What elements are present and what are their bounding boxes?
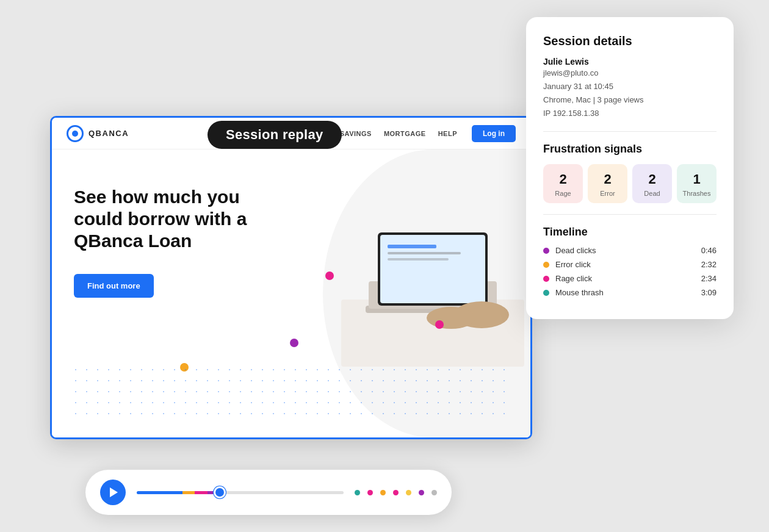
user-name: Julie Lewis [543, 57, 717, 66]
frustration-grid: 2 Rage 2 Error 2 Dead 1 Thrashes [543, 164, 717, 203]
hero-title: See how much you could borrow with a QBa… [74, 186, 269, 252]
play-button[interactable] [100, 480, 126, 505]
playback-bar [85, 470, 452, 515]
hero-section: See how much you could borrow with a QBa… [52, 149, 530, 437]
nav-help: HELP [438, 130, 457, 137]
session-date: January 31 at 10:45 [543, 80, 717, 93]
nav-savings: SAVINGS [340, 130, 372, 137]
progress-track[interactable] [137, 491, 344, 494]
tl-marker-6 [419, 490, 424, 495]
timeline-dot-dead [543, 248, 549, 254]
user-email: jlewis@pluto.co [543, 66, 717, 80]
logo-icon [67, 125, 84, 142]
progress-thumb[interactable] [215, 488, 224, 497]
ip-address: IP 192.158.1.38 [543, 107, 717, 120]
signal-dot-purple [290, 339, 298, 347]
dead-count: 2 [636, 171, 668, 187]
timeline-time-error: 2:32 [701, 260, 717, 269]
login-button[interactable]: Log in [472, 125, 516, 142]
timeline-item-rage: Rage click 2:34 [543, 274, 717, 283]
hero-text: See how much you could borrow with a QBa… [74, 186, 269, 298]
browser-info: Chrome, Mac | 3 page views [543, 93, 717, 107]
divider-1 [543, 131, 717, 132]
timeline-event-rage: Rage click [555, 274, 701, 283]
session-details-card: Session details Julie Lewis jlewis@pluto… [526, 17, 734, 319]
tl-marker-1 [355, 490, 360, 495]
timeline-markers [355, 490, 437, 495]
timeline-title: Timeline [543, 226, 717, 239]
laptop-illustration [341, 220, 524, 367]
svg-rect-9 [388, 252, 461, 254]
tl-marker-7 [431, 490, 437, 495]
tl-marker-2 [367, 490, 373, 495]
thrash-count: 1 [681, 171, 713, 187]
nav-mortgage: MORTGAGE [384, 130, 426, 137]
timeline-time-thrash: 3:09 [701, 288, 717, 297]
signal-dot-pink2 [435, 320, 444, 329]
svg-rect-8 [388, 245, 436, 248]
error-label: Error [591, 190, 624, 197]
timeline-item-error: Error click 2:32 [543, 260, 717, 269]
logo-text: QBANCA [88, 129, 129, 138]
dead-label: Dead [636, 190, 668, 197]
timeline-time-rage: 2:34 [701, 274, 717, 283]
timeline-item-thrash: Mouse thrash 3:09 [543, 288, 717, 297]
thrash-label: Thrashes [681, 190, 713, 197]
error-count: 2 [591, 171, 624, 187]
svg-point-12 [427, 307, 475, 329]
rage-count: 2 [547, 171, 579, 187]
session-details-title: Session details [543, 34, 717, 48]
timeline-dot-rage [543, 276, 549, 282]
frustration-rage: 2 Rage [543, 164, 583, 203]
frustration-thrashes: 1 Thrashes [677, 164, 717, 203]
progress-fill [137, 491, 220, 494]
timeline-time-dead: 0:46 [701, 246, 717, 255]
timeline-event-thrash: Mouse thrash [555, 288, 701, 297]
timeline-dot-error [543, 262, 549, 268]
tl-marker-3 [380, 490, 386, 495]
browser-mockup: QBANCA BANK BORROW CARDS SAVINGS MORTGAG… [50, 116, 532, 439]
timeline-dot-thrash [543, 290, 549, 296]
divider-2 [543, 214, 717, 215]
find-out-button[interactable]: Find out more [74, 274, 154, 298]
frustration-error: 2 Error [588, 164, 627, 203]
play-icon [110, 487, 118, 497]
tl-marker-5 [406, 490, 411, 495]
logo: QBANCA [67, 125, 129, 142]
dots-pattern [70, 364, 512, 419]
timeline-event-dead: Dead clicks [555, 246, 701, 255]
timeline-event-error: Error click [555, 260, 701, 269]
rage-label: Rage [547, 190, 579, 197]
frustration-dead: 2 Dead [632, 164, 672, 203]
session-replay-label: Session replay [208, 121, 342, 149]
svg-rect-10 [388, 258, 449, 261]
frustration-title: Frustration signals [543, 143, 717, 156]
timeline-item-dead: Dead clicks 0:46 [543, 246, 717, 255]
signal-dot-pink1 [325, 271, 334, 280]
tl-marker-4 [393, 490, 399, 495]
